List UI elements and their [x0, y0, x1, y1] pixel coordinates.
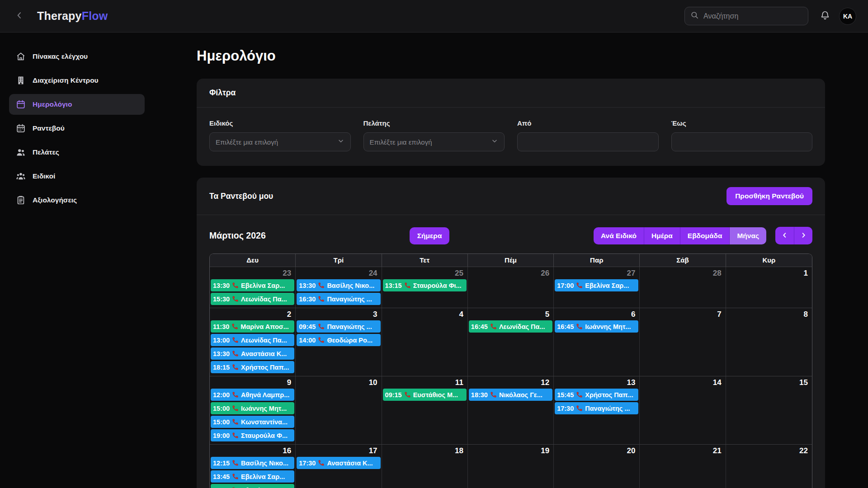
filter-select-specialist[interactable]: Επιλέξτε μια επιλογή — [209, 132, 351, 151]
day-cell-11[interactable]: 1109:15Ευστάθιος Μ... — [382, 376, 468, 444]
day-cell-16[interactable]: 1612:15Βασίλης Νικο...13:45Εβελίνα Σαρ..… — [210, 445, 296, 488]
day-cell-27[interactable]: 2717:00Εβελίνα Σαρ... — [554, 267, 640, 308]
date-number: 18 — [382, 445, 467, 457]
appointment-event[interactable]: 11:30Μαρίνα Αποσ... — [211, 320, 294, 333]
event-client-name: Σταυρούλα Φι... — [413, 282, 462, 289]
day-cell-25[interactable]: 2513:15Σταυρούλα Φι... — [382, 267, 468, 308]
event-time: 12:00 — [213, 391, 230, 399]
appointment-event[interactable]: 13:30Αναστάσια Κ... — [211, 347, 294, 360]
sidebar-item-5[interactable]: Ειδικοί — [9, 166, 145, 187]
select-placeholder: Επιλέξτε μια επιλογή — [370, 138, 432, 146]
day-cell-28[interactable]: 28 — [640, 267, 726, 308]
day-cell-9[interactable]: 912:00Αθηνά Λαμπρ...15:00Ιωάννης Μητ...1… — [210, 376, 296, 444]
view-button-εβδομάδα[interactable]: Εβδομάδα — [680, 227, 730, 244]
sidebar-item-0[interactable]: Πίνακας ελέγχου — [9, 46, 145, 67]
sidebar-item-4[interactable]: Πελάτες — [9, 142, 145, 163]
appointment-event[interactable]: 15:30Λεωνίδας Πα... — [211, 293, 294, 305]
appointment-event[interactable]: 13:30Βασίλης Νικο... — [297, 279, 380, 291]
date-number: 17 — [296, 445, 381, 457]
appointment-event[interactable]: 17:30Παναγιώτης ... — [555, 402, 638, 414]
appointment-event[interactable]: 13:00Λεωνίδας Πα... — [211, 334, 294, 346]
add-appointment-button[interactable]: Προσθήκη Ραντεβού — [726, 187, 812, 205]
appointment-event[interactable]: 13:15Σταυρούλα Φι... — [383, 279, 467, 291]
sidebar-item-2[interactable]: Ημερολόγιο — [9, 94, 145, 115]
day-cell-17[interactable]: 1717:30Αναστάσια Κ... — [296, 445, 382, 488]
appointment-event[interactable]: 13:30Εβελίνα Σαρ... — [211, 279, 294, 291]
day-cell-7[interactable]: 7 — [640, 308, 726, 376]
day-cell-6[interactable]: 616:45Ιωάννης Μητ... — [554, 308, 640, 376]
phone-icon — [318, 460, 325, 466]
event-time: 16:30 — [299, 296, 316, 303]
appointment-event[interactable]: 12:00Αθηνά Λαμπρ... — [211, 389, 294, 401]
day-cell-26[interactable]: 26 — [468, 267, 554, 308]
day-cell-21[interactable]: 21 — [640, 445, 726, 488]
day-cell-12[interactable]: 1218:30Νικόλαος Γε... — [468, 376, 554, 444]
search-input[interactable] — [703, 12, 802, 20]
appointment-event[interactable]: 09:15Ευστάθιος Μ... — [383, 389, 467, 401]
day-cell-19[interactable]: 19 — [468, 445, 554, 488]
appointment-event[interactable]: 16:30Αθηνά Λαμπρ... — [211, 484, 294, 488]
notifications-button[interactable] — [820, 10, 830, 22]
filter-select-client[interactable]: Επιλέξτε μια επιλογή — [363, 132, 505, 151]
phone-icon — [232, 405, 239, 412]
prev-month-button[interactable] — [775, 227, 794, 244]
back-button[interactable] — [12, 9, 27, 24]
view-switcher: Ανά ΕιδικόΗμέραΕβδομάδαΜήνας — [594, 227, 766, 244]
chevron-left-icon — [781, 232, 788, 240]
event-client-name: Εβελίνα Σαρ... — [241, 282, 285, 289]
event-time: 11:30 — [213, 323, 229, 330]
appointment-event[interactable]: 15:45Χρήστος Παπ... — [555, 389, 638, 401]
day-cell-2[interactable]: 211:30Μαρίνα Αποσ...13:00Λεωνίδας Πα...1… — [210, 308, 296, 376]
appointment-event[interactable]: 13:45Εβελίνα Σαρ... — [211, 470, 294, 483]
day-cell-22[interactable]: 22 — [726, 445, 812, 488]
day-cell-5[interactable]: 516:45Λεωνίδας Πα... — [468, 308, 554, 376]
next-month-button[interactable] — [794, 227, 812, 244]
day-cell-8[interactable]: 8 — [726, 308, 812, 376]
appointment-event[interactable]: 09:45Παναγιώτης ... — [297, 320, 380, 333]
day-cell-4[interactable]: 4 — [382, 308, 468, 376]
appointment-event[interactable]: 19:00Σταυρούλα Φ... — [211, 429, 294, 441]
sidebar-item-1[interactable]: Διαχείριση Κέντρου — [9, 70, 145, 91]
view-button-ημέρα[interactable]: Ημέρα — [644, 227, 680, 244]
day-cell-14[interactable]: 14 — [640, 376, 726, 444]
sidebar-item-3[interactable]: Ραντεβού — [9, 118, 145, 139]
appointment-event[interactable]: 16:45Ιωάννης Μητ... — [555, 320, 638, 333]
view-button-μήνας[interactable]: Μήνας — [729, 227, 766, 244]
appointment-event[interactable]: 15:00Ιωάννης Μητ... — [211, 402, 294, 414]
day-cell-24[interactable]: 2413:30Βασίλης Νικο...16:30Παναγιώτης ..… — [296, 267, 382, 308]
day-cell-18[interactable]: 18 — [382, 445, 468, 488]
view-button-ανά-ειδικό[interactable]: Ανά Ειδικό — [594, 227, 644, 244]
event-client-name: Παναγιώτης ... — [585, 405, 630, 412]
phone-icon — [231, 323, 238, 330]
event-client-name: Ιωάννης Μητ... — [241, 405, 287, 412]
phone-icon — [576, 405, 583, 412]
day-cell-3[interactable]: 309:45Παναγιώτης ...14:00Θεοδώρα Ρο... — [296, 308, 382, 376]
appointment-event[interactable]: 18:30Νικόλαος Γε... — [469, 389, 552, 401]
event-client-name: Λεωνίδας Πα... — [241, 296, 287, 303]
appointment-event[interactable]: 18:15Χρήστος Παπ... — [211, 361, 294, 373]
sidebar-item-label: Πελάτες — [33, 148, 59, 156]
today-button[interactable]: Σήμερα — [410, 227, 450, 244]
filter-input-from[interactable] — [524, 138, 652, 146]
appointment-event[interactable]: 16:45Λεωνίδας Πα... — [469, 320, 552, 333]
date-number: 2 — [210, 308, 295, 320]
appointment-event[interactable]: 12:15Βασίλης Νικο... — [211, 457, 294, 469]
filter-input-to[interactable] — [678, 138, 807, 146]
avatar[interactable]: KA — [839, 8, 856, 25]
appointment-event[interactable]: 15:00Κωνσταντίνα... — [211, 416, 294, 428]
day-cell-20[interactable]: 20 — [554, 445, 640, 488]
filters-card: Φίλτρα ΕιδικόςΕπιλέξτε μια επιλογήΠελάτη… — [197, 79, 825, 166]
appointment-event[interactable]: 16:30Παναγιώτης ... — [297, 293, 380, 305]
day-cell-13[interactable]: 1315:45Χρήστος Παπ...17:30Παναγιώτης ... — [554, 376, 640, 444]
day-cell-23[interactable]: 2313:30Εβελίνα Σαρ...15:30Λεωνίδας Πα... — [210, 267, 296, 308]
appointment-event[interactable]: 14:00Θεοδώρα Ρο... — [297, 334, 380, 346]
weekday-header-row: ΔευΤρίΤετΠέμΠαρΣάβΚυρ — [210, 254, 812, 267]
day-cell-10[interactable]: 10 — [296, 376, 382, 444]
appointment-event[interactable]: 17:30Αναστάσια Κ... — [297, 457, 380, 469]
day-cell-15[interactable]: 15 — [726, 376, 812, 444]
sidebar-item-6[interactable]: Αξιολογήσεις — [9, 190, 145, 211]
day-cell-1[interactable]: 1 — [726, 267, 812, 308]
phone-icon — [232, 432, 239, 439]
phone-icon — [232, 473, 239, 480]
appointment-event[interactable]: 17:00Εβελίνα Σαρ... — [555, 279, 638, 291]
